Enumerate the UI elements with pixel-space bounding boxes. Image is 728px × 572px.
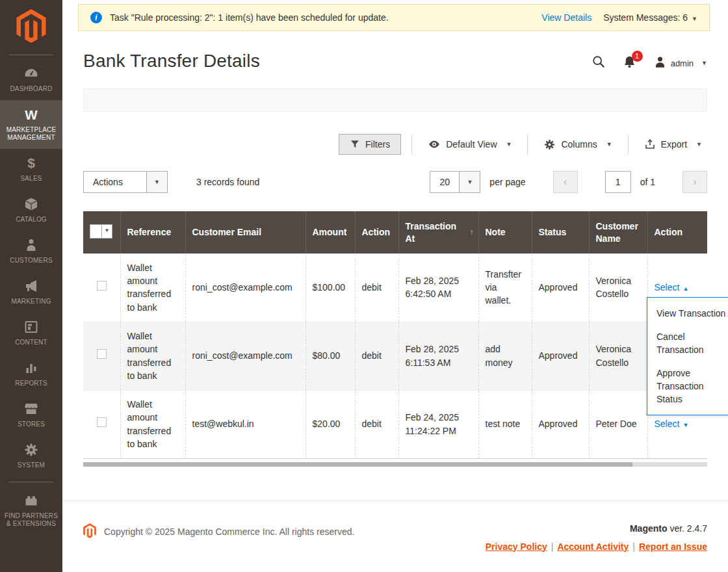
view-details-link[interactable]: View Details <box>541 12 592 23</box>
sort-ascending-icon: ↑ <box>470 227 474 237</box>
sidebar-item-marketing[interactable]: MARKETING <box>0 272 62 313</box>
header-actions: 1 admin ▼ <box>592 51 707 72</box>
chevron-down-icon: ▼ <box>701 60 707 66</box>
column-header-customer-email[interactable]: Customer Email <box>185 211 306 254</box>
column-header-amount[interactable]: Amount <box>306 211 355 254</box>
row-select-action[interactable]: Select▲ <box>655 282 689 292</box>
page-number-input[interactable] <box>605 171 631 193</box>
storefront-icon <box>2 401 60 418</box>
column-header-action[interactable]: Action <box>355 211 398 254</box>
bank-transfer-grid: ▼ Reference Customer Email Amount Action… <box>83 211 707 459</box>
actions-select[interactable]: Actions ▼ <box>83 171 168 193</box>
link-separator <box>551 541 554 552</box>
dashboard-gauge-icon <box>2 66 60 83</box>
table-row: Wallet amount transferred to bank test@w… <box>83 390 707 458</box>
admin-account-menu[interactable]: admin ▼ <box>653 55 707 72</box>
cell-transaction-at: Feb 28, 2025 6:42:50 AM <box>398 254 478 322</box>
magento-logo-icon[interactable] <box>16 9 46 46</box>
column-header-status[interactable]: Status <box>532 211 589 254</box>
report-an-issue-link[interactable]: Report an Issue <box>639 541 707 552</box>
per-page-select[interactable]: 20 ▼ <box>430 171 480 193</box>
magento-admin-page: DASHBOARD W MARKETPLACE MANAGEMENT $ SAL… <box>0 0 728 572</box>
cell-action: debit <box>355 390 398 458</box>
menu-item-cancel-transaction[interactable]: Cancel Transaction <box>647 325 728 361</box>
menu-item-approve-transaction-status[interactable]: Approve Transaction Status <box>647 361 728 411</box>
filters-button[interactable]: Filters <box>339 134 401 155</box>
sidebar-item-label: FIND PARTNERS & EXTENSIONS <box>2 512 60 528</box>
actions-select-value: Actions <box>84 172 146 192</box>
system-messages-count: System Messages: 6 <box>603 12 688 23</box>
sidebar-item-marketplace-management[interactable]: W MARKETPLACE MANAGEMENT <box>0 100 62 149</box>
filters-label: Filters <box>365 139 390 150</box>
sidebar-item-find-partners[interactable]: FIND PARTNERS & EXTENSIONS <box>0 486 62 535</box>
row-action-menu: View Transaction Cancel Transaction Appr… <box>647 297 728 415</box>
sidebar-item-label: CONTENT <box>2 339 60 346</box>
sidebar-item-content[interactable]: CONTENT <box>0 313 62 354</box>
main-content: i Task "Rule processing: 2": 1 item(s) h… <box>62 0 728 572</box>
horizontal-scrollbar[interactable] <box>83 462 707 467</box>
sidebar-item-sales[interactable]: $ SALES <box>0 149 62 190</box>
previous-page-button[interactable]: ‹ <box>553 171 578 193</box>
cell-reference: Wallet amount transferred to bank <box>120 322 185 390</box>
columns-control[interactable]: Columns ▼ <box>538 138 617 151</box>
magento-logo-small-icon <box>83 523 96 541</box>
chevron-down-icon: ▼ <box>696 141 702 148</box>
row-checkbox[interactable] <box>97 281 107 291</box>
menu-item-view-transaction[interactable]: View Transaction <box>647 302 728 325</box>
sidebar: DASHBOARD W MARKETPLACE MANAGEMENT $ SAL… <box>0 0 62 572</box>
per-page-label: per page <box>489 177 525 187</box>
select-all-dropdown[interactable]: ▼ <box>90 224 112 239</box>
sidebar-item-dashboard[interactable]: DASHBOARD <box>0 59 62 100</box>
user-avatar-icon <box>653 55 667 72</box>
footer-links: Privacy PolicyAccount ActivityReport an … <box>486 541 707 552</box>
column-header-reference[interactable]: Reference <box>120 211 185 254</box>
sidebar-item-label: SYSTEM <box>2 462 60 469</box>
sidebar-item-reports[interactable]: REPORTS <box>0 354 62 395</box>
column-header-note[interactable]: Note <box>478 211 532 254</box>
view-switcher[interactable]: Default View ▼ <box>422 138 517 151</box>
page-header: Bank Transfer Details 1 admin ▼ <box>83 51 707 72</box>
scrollbar-thumb[interactable] <box>83 462 632 467</box>
account-activity-link[interactable]: Account Activity <box>557 541 629 552</box>
svg-text:$: $ <box>27 155 35 170</box>
select-all-checkbox[interactable] <box>90 225 102 238</box>
system-messages-toggle[interactable]: System Messages: 6▼ <box>603 12 697 23</box>
bar-chart-icon <box>2 360 60 377</box>
search-icon[interactable] <box>592 55 606 72</box>
cell-note: Transfter via wallet. <box>478 254 532 322</box>
sidebar-item-customers[interactable]: CUSTOMERS <box>0 231 62 272</box>
cell-status: Approved <box>532 254 589 322</box>
copyright-text: Copyright © 2025 Magento Commerce Inc. A… <box>104 526 354 537</box>
sidebar-item-stores[interactable]: STORES <box>0 395 62 436</box>
sidebar-item-label: MARKETING <box>2 298 60 306</box>
magento-version: Magento ver. 2.4.7 <box>486 523 707 534</box>
row-select-action[interactable]: Select▼ <box>655 419 689 429</box>
cell-action: debit <box>355 322 398 390</box>
toolbar-divider <box>527 135 528 154</box>
funnel-icon <box>350 139 360 150</box>
sidebar-item-catalog[interactable]: CATALOG <box>0 190 62 231</box>
next-page-button[interactable]: › <box>682 171 707 193</box>
column-header-customer-name[interactable]: Customer Name <box>589 211 647 254</box>
gear-icon <box>2 442 60 459</box>
sidebar-item-label: SALES <box>2 175 60 183</box>
privacy-policy-link[interactable]: Privacy Policy <box>486 541 547 552</box>
cell-amount: $80.00 <box>306 322 355 390</box>
row-checkbox[interactable] <box>97 417 107 427</box>
notifications-bell-icon[interactable]: 1 <box>623 55 636 72</box>
cell-status: Approved <box>532 322 589 390</box>
export-control[interactable]: Export ▼ <box>639 138 707 150</box>
sidebar-item-system[interactable]: SYSTEM <box>0 436 62 476</box>
column-header-row-action[interactable]: Action <box>647 211 707 254</box>
cell-customer-name: Peter Doe <box>589 390 647 458</box>
column-header-transaction-at[interactable]: Transaction At ↑ <box>398 211 478 254</box>
admin-username: admin <box>671 58 694 68</box>
layout-icon <box>2 319 60 336</box>
chevron-down-icon: ▼ <box>606 141 612 148</box>
cell-status: Approved <box>532 390 589 458</box>
cell-transaction-at: Feb 24, 2025 11:24:22 PM <box>398 390 478 458</box>
chevron-down-icon: ▼ <box>154 179 160 185</box>
link-separator <box>632 541 635 552</box>
row-checkbox[interactable] <box>97 349 107 359</box>
grid-controls-row: Actions ▼ 3 records found 20 ▼ per page … <box>83 170 707 194</box>
